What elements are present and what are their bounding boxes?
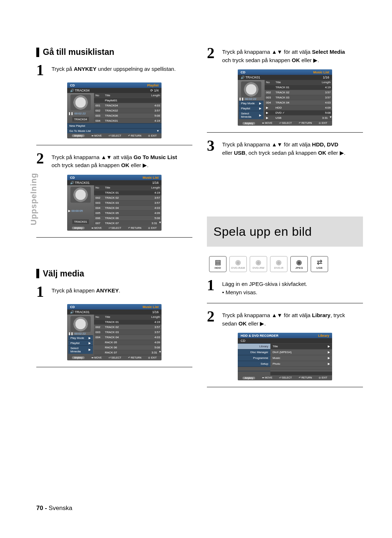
right-step-a: 1 Lägg in en JPEG-skiva i skivfacket. • … (207, 279, 363, 296)
media-icon-dvdrw: ◉DVD-RW (250, 256, 267, 272)
headline: Spela upp en bild (213, 224, 356, 239)
right-step-2: 2 Tryck på knapparna ▲▼ för att välja Se… (207, 46, 363, 64)
right-step-3: 3 Tryck på knapparna ▲▼ för att välja HD… (207, 139, 363, 157)
ui-screenshot-musiclist: CDMusic List 🔊 TRACK011/16 ▶ 00:00:05 TR… (67, 175, 162, 231)
section-head-select-media: Välj media (36, 269, 192, 279)
side-tab: Uppspelning (29, 173, 38, 225)
media-icon-hdd: ▤HDD (209, 256, 226, 272)
media-icon-dvdr: ◉DVD-R (270, 256, 287, 272)
section-title: Gå till musiklistan (43, 47, 114, 57)
right-step-b: 2 Tryck på knapparna ▲▼ för att välja Li… (207, 310, 363, 328)
headline-box: Spela upp en bild (207, 217, 363, 247)
ui-screenshot-library: HDD & DVD RECORDERLibrary CD Library Dis… (238, 333, 332, 380)
section-title: Välj media (43, 269, 84, 279)
step-2: 2 Tryck på knapparna ▲▼ att välja Go To … (36, 152, 192, 170)
ui-screenshot-playlist: CDPlaylist 🔊 TRACK04⟳ 1/4 ❚❚ 00:02:22 TR… (67, 82, 162, 138)
media-icon-usb: ⇄USB (311, 256, 328, 272)
page-number: 70 - Svenska (36, 505, 72, 512)
cd-icon (70, 94, 91, 110)
step-1: 1 Tryck på ANYKEY under uppspelning av s… (36, 64, 192, 77)
step-1-media: 1 Tryck på knappen ANYKEY. (36, 285, 192, 299)
ui-screenshot-selectmedia-menu: CDMusic List 🔊 TRACK011/16 ❚❚ 00:02:22 P… (67, 304, 162, 360)
section-head-music-list: Gå till musiklistan (36, 47, 192, 57)
media-icon-dvdram: ◉DVD-RAM (229, 256, 247, 272)
media-icons-row: ▤HDD ◉DVD-RAM ◉DVD-RW ◉DVD-R ◉JPEG ⇄USB (207, 256, 363, 272)
ui-screenshot-selectmedia-popup: CDMusic List 🔊 TRACK011/16 ❚❚ 00:02:22 P… (238, 69, 332, 126)
media-icon-jpeg: ◉JPEG (290, 256, 308, 272)
